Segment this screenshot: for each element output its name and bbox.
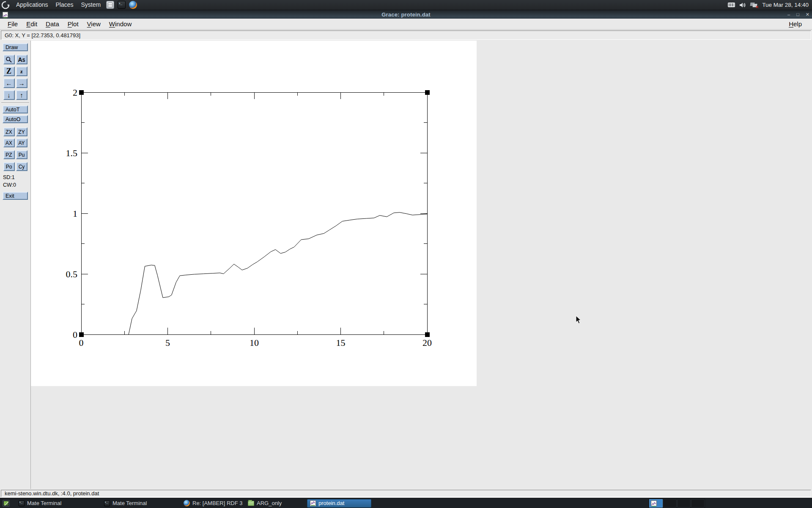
terminal-icon <box>104 500 110 506</box>
maximize-button[interactable]: □ <box>796 11 799 18</box>
draw-button[interactable]: Draw <box>3 43 28 51</box>
menu-file[interactable]: File <box>3 20 22 28</box>
svg-text:20: 20 <box>422 337 432 348</box>
file-manager-launcher-icon[interactable] <box>106 1 114 9</box>
task-button-arg-only[interactable]: ARG_only <box>245 499 304 508</box>
scroll-right-button[interactable]: → <box>16 78 27 88</box>
show-desktop-icon[interactable] <box>3 500 10 507</box>
menu-edit[interactable]: Edit <box>22 20 41 28</box>
svg-text:0: 0 <box>79 337 84 348</box>
workspace-2[interactable] <box>663 499 677 508</box>
locator-bar: G0: X, Y = [22.7353, 0.481793] <box>0 30 812 41</box>
taskbar: Mate Terminal Mate Terminal Re: [AMBER] … <box>0 498 812 508</box>
firefox-launcher-icon[interactable] <box>129 1 137 9</box>
menu-plot[interactable]: Plot <box>63 20 83 28</box>
clock[interactable]: Tue Mar 28, 14:40 <box>762 2 809 8</box>
terminal-icon <box>19 500 25 506</box>
stack-depth-label: SD:1 <box>0 174 15 181</box>
cycle-button[interactable]: Cy <box>16 162 27 171</box>
autotick-button[interactable]: AutoT <box>3 105 28 113</box>
mate-menu-icon[interactable] <box>1 1 10 9</box>
zoom-x-button[interactable]: ZX <box>3 127 15 136</box>
close-button[interactable]: ✕ <box>806 11 809 18</box>
scroll-left-button[interactable]: ← <box>3 78 15 88</box>
menu-system[interactable]: System <box>77 0 105 10</box>
svg-text:0: 0 <box>73 329 77 340</box>
svg-text:10: 10 <box>250 337 259 348</box>
menu-window[interactable]: Window <box>105 20 136 28</box>
grace-canvas[interactable]: 0510152000.511.52 <box>31 41 477 386</box>
scroll-down-button[interactable]: ↓ <box>3 90 15 100</box>
magnifier-icon <box>5 56 12 63</box>
menu-view[interactable]: View <box>83 20 105 28</box>
autoscale-x-button[interactable]: AX <box>3 138 15 147</box>
svg-text:15: 15 <box>336 337 346 348</box>
cycle-world-label: CW:0 <box>0 182 16 188</box>
push-zoom-button[interactable]: PZ <box>3 150 15 159</box>
autooffset-button[interactable]: AutoO <box>3 115 28 123</box>
workspace-4[interactable] <box>691 499 705 508</box>
folder-icon <box>248 501 254 506</box>
menu-help[interactable]: Help <box>785 20 806 28</box>
svg-text:2: 2 <box>73 87 77 98</box>
workspace-switcher <box>649 499 705 508</box>
terminal-launcher-icon[interactable] <box>118 1 126 9</box>
system-tray: ✕ Tue Mar 28, 14:40 <box>728 2 809 8</box>
grace-icon <box>651 500 657 506</box>
locator-text: G0: X, Y = [22.7353, 0.481793] <box>5 32 80 39</box>
autoscale-y-button[interactable]: AY <box>16 138 27 147</box>
top-panel: Applications Places System ✕ Tue Mar 28,… <box>0 0 812 10</box>
window-controls: – □ ✕ <box>787 11 809 18</box>
network-disconnected-icon[interactable]: ✕ <box>750 2 758 8</box>
workspace-3[interactable] <box>677 499 691 508</box>
zoom-tool-button[interactable] <box>3 55 15 64</box>
mouse-cursor <box>576 315 582 324</box>
svg-text:1: 1 <box>73 208 77 219</box>
menu-places[interactable]: Places <box>52 0 77 10</box>
firefox-icon <box>184 500 190 506</box>
task-button-firefox[interactable]: Re: [AMBER] RDF 3 file... <box>181 499 243 508</box>
svg-text:5: 5 <box>165 337 170 348</box>
autoscale-button[interactable]: AS <box>16 55 27 64</box>
push-button[interactable]: Pu <box>16 150 27 159</box>
scroll-up-button[interactable]: ↑ <box>16 90 27 100</box>
task-button-protein-dat[interactable]: protein.dat <box>307 499 371 508</box>
svg-text:0.5: 0.5 <box>66 269 78 279</box>
toolbar-separator <box>1 102 29 103</box>
task-button-terminal-2[interactable]: Mate Terminal <box>102 499 178 508</box>
task-button-terminal-1[interactable]: Mate Terminal <box>16 499 99 508</box>
grace-statusbar: kemi-steno.win.dtu.dk, :4.0, protein.dat <box>0 489 812 498</box>
zoom-y-button[interactable]: ZY <box>16 127 27 136</box>
grace-toolbar: Draw AS Z z ← → ↓ ↑ AutoT AutoO <box>0 41 31 489</box>
grace-titlebar: Grace: protein.dat – □ ✕ <box>0 10 812 19</box>
grace-main-area: Draw AS Z z ← → ↓ ↑ AutoT AutoO <box>0 41 812 489</box>
minimize-button[interactable]: – <box>787 11 790 18</box>
menu-applications[interactable]: Applications <box>12 0 52 10</box>
volume-icon[interactable] <box>739 2 746 8</box>
zoom-in-button[interactable]: Z <box>3 66 15 76</box>
pop-button[interactable]: Po <box>3 162 15 171</box>
menu-data[interactable]: Data <box>41 20 63 28</box>
svg-text:1.5: 1.5 <box>66 148 78 158</box>
grace-menubar: File Edit Data Plot View Window Help <box>0 19 812 30</box>
workspace-1[interactable] <box>649 499 663 508</box>
grace-icon <box>310 500 316 506</box>
window-title: Grace: protein.dat <box>0 11 812 18</box>
exit-button[interactable]: Exit <box>3 192 28 200</box>
keyboard-indicator-icon[interactable] <box>728 3 735 7</box>
statusbar-text: kemi-steno.win.dtu.dk, :4.0, protein.dat <box>5 490 99 497</box>
zoom-out-button[interactable]: z <box>16 66 27 76</box>
